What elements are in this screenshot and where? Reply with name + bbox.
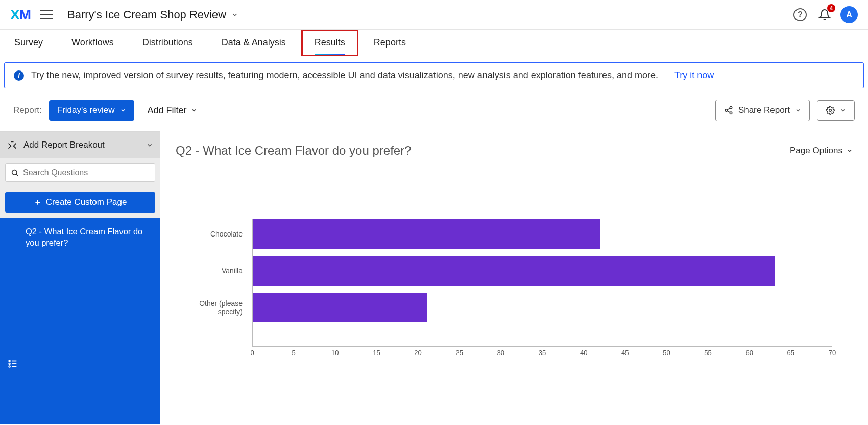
add-report-breakout[interactable]: Add Report Breakout bbox=[0, 132, 160, 158]
hamburger-menu-icon[interactable] bbox=[40, 7, 53, 22]
x-tick: 60 bbox=[745, 349, 753, 357]
share-icon bbox=[724, 106, 733, 115]
xm-logo[interactable]: XM bbox=[10, 7, 31, 23]
x-tick: 70 bbox=[829, 349, 836, 357]
x-tick: 5 bbox=[292, 349, 296, 357]
tab-reports[interactable]: Reports bbox=[374, 30, 406, 56]
bar-row: Other (please specify) bbox=[253, 293, 832, 322]
tab-results[interactable]: Results bbox=[315, 30, 345, 56]
page-title: Q2 - What Ice Cream Flavor do you prefer… bbox=[176, 144, 412, 158]
svg-line-8 bbox=[16, 174, 18, 176]
chevron-down-icon bbox=[795, 107, 801, 113]
chevron-down-icon bbox=[847, 148, 853, 154]
search-input-field[interactable] bbox=[23, 168, 150, 177]
tab-survey[interactable]: Survey bbox=[14, 30, 43, 56]
create-custom-page-button[interactable]: Create Custom Page bbox=[5, 192, 155, 212]
search-icon bbox=[11, 169, 19, 177]
try-it-now-link[interactable]: Try it now bbox=[674, 70, 714, 81]
banner-text: Try the new, improved version of survey … bbox=[31, 70, 658, 81]
question-list: Q2 - What Ice Cream Flavor do you prefer… bbox=[0, 218, 160, 424]
share-report-label: Share Report bbox=[738, 105, 790, 115]
x-tick: 25 bbox=[455, 349, 463, 357]
chevron-down-icon bbox=[191, 107, 197, 113]
bar-row: Chocolate bbox=[253, 219, 832, 249]
chevron-down-icon bbox=[231, 11, 238, 18]
bar-label: Chocolate bbox=[176, 230, 248, 238]
chevron-down-icon bbox=[146, 141, 153, 149]
svg-point-7 bbox=[12, 170, 17, 175]
tab-workflows[interactable]: Workflows bbox=[71, 30, 114, 56]
main-tab-nav: Survey Workflows Distributions Data & An… bbox=[0, 30, 868, 56]
x-tick: 30 bbox=[497, 349, 504, 357]
info-icon: i bbox=[14, 70, 24, 81]
project-title-text: Barry's Ice Cream Shop Review bbox=[67, 8, 226, 21]
x-tick: 65 bbox=[787, 349, 794, 357]
bar bbox=[253, 219, 600, 249]
report-label: Report: bbox=[13, 105, 42, 115]
svg-line-4 bbox=[727, 108, 730, 110]
gear-icon bbox=[826, 106, 835, 115]
svg-line-3 bbox=[727, 111, 730, 112]
tab-distributions[interactable]: Distributions bbox=[142, 30, 193, 56]
x-tick: 45 bbox=[621, 349, 629, 357]
search-questions-input[interactable] bbox=[5, 163, 155, 182]
bar-label: Other (please specify) bbox=[176, 299, 248, 316]
share-report-button[interactable]: Share Report bbox=[715, 100, 810, 121]
report-page: Q2 - What Ice Cream Flavor do you prefer… bbox=[160, 131, 868, 424]
avatar-initial: A bbox=[840, 6, 858, 23]
top-bar: XM Barry's Ice Cream Shop Review ? 4 A bbox=[0, 0, 868, 30]
create-button-label: Create Custom Page bbox=[46, 197, 127, 207]
x-tick: 15 bbox=[373, 349, 380, 357]
bar-chart: ChocolateVanillaOther (please specify) 0… bbox=[176, 219, 853, 372]
svg-point-11 bbox=[9, 360, 10, 362]
add-filter-button[interactable]: Add Filter bbox=[148, 105, 197, 116]
page-options-dropdown[interactable]: Page Options bbox=[790, 146, 853, 156]
breakout-label: Add Report Breakout bbox=[23, 140, 105, 150]
tab-data-analysis[interactable]: Data & Analysis bbox=[222, 30, 286, 56]
project-title-dropdown[interactable]: Barry's Ice Cream Shop Review bbox=[67, 8, 238, 21]
svg-point-2 bbox=[730, 112, 732, 114]
bar bbox=[253, 256, 775, 286]
questions-sidebar: Add Report Breakout Create Custom Page Q… bbox=[0, 131, 160, 424]
x-tick: 35 bbox=[539, 349, 546, 357]
content-area: Add Report Breakout Create Custom Page Q… bbox=[0, 131, 868, 424]
report-selector[interactable]: Friday's review bbox=[49, 100, 134, 121]
breakout-icon bbox=[7, 140, 17, 150]
chart-question-icon bbox=[7, 287, 18, 424]
bar bbox=[253, 293, 427, 322]
question-list-item[interactable]: Q2 - What Ice Cream Flavor do you prefer… bbox=[0, 218, 160, 424]
plus-icon bbox=[34, 198, 42, 206]
add-filter-label: Add Filter bbox=[148, 105, 187, 116]
x-tick: 50 bbox=[663, 349, 670, 357]
svg-point-12 bbox=[9, 363, 10, 365]
bar-label: Vanilla bbox=[176, 267, 248, 275]
notification-badge: 4 bbox=[827, 4, 835, 12]
account-avatar[interactable]: A bbox=[840, 6, 858, 23]
x-tick: 0 bbox=[250, 349, 254, 357]
x-tick: 40 bbox=[580, 349, 587, 357]
page-options-label: Page Options bbox=[790, 146, 842, 156]
report-name: Friday's review bbox=[57, 105, 115, 115]
question-item-label: Q2 - What Ice Cream Flavor do you prefer… bbox=[26, 226, 153, 249]
help-button[interactable]: ? bbox=[791, 6, 809, 23]
chevron-down-icon bbox=[840, 107, 846, 113]
svg-point-5 bbox=[829, 109, 832, 112]
svg-point-0 bbox=[730, 107, 732, 109]
x-tick: 10 bbox=[331, 349, 339, 357]
chevron-down-icon bbox=[120, 107, 126, 113]
notifications-button[interactable]: 4 bbox=[816, 6, 833, 23]
settings-button[interactable] bbox=[817, 100, 855, 121]
svg-point-13 bbox=[9, 366, 10, 367]
svg-point-1 bbox=[725, 109, 728, 112]
x-tick: 55 bbox=[704, 349, 711, 357]
help-icon: ? bbox=[793, 8, 807, 21]
x-tick: 20 bbox=[414, 349, 421, 357]
bar-row: Vanilla bbox=[253, 256, 832, 286]
info-banner: i Try the new, improved version of surve… bbox=[4, 62, 864, 88]
report-toolbar: Report: Friday's review Add Filter Share… bbox=[0, 88, 868, 131]
